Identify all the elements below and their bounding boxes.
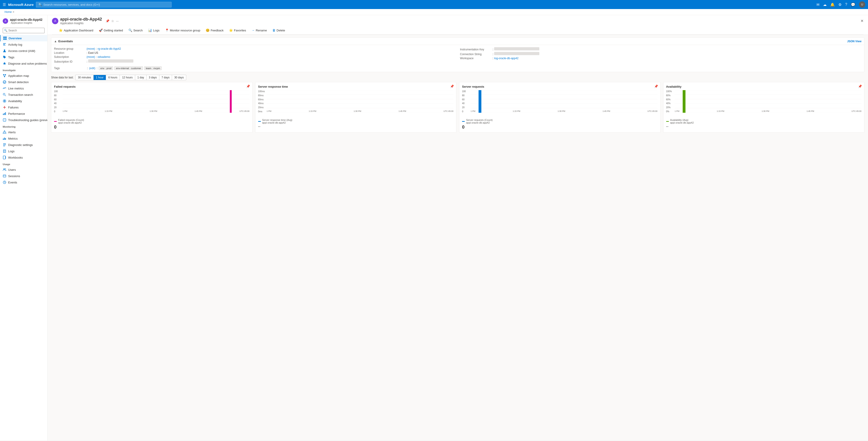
metrics-icon: [3, 137, 6, 140]
chart-pin-icon[interactable]: 📌: [654, 85, 658, 88]
sidebar-search-input[interactable]: [3, 28, 44, 33]
time-btn-30min[interactable]: 30 minutes: [75, 75, 94, 80]
toolbar-search[interactable]: 🔍 Search: [126, 27, 145, 34]
sidebar-item-tags[interactable]: Tags: [0, 54, 47, 60]
close-button[interactable]: ✕: [861, 19, 864, 23]
sidebar-item-application-map[interactable]: Application map: [0, 72, 47, 79]
iam-icon: [3, 49, 6, 53]
essentials-label: Connection String: [460, 53, 492, 56]
sidebar-header: A appi-oracle-db-App42 Application Insig…: [0, 15, 47, 26]
toolbar-feedback[interactable]: 😊 Feedback: [204, 27, 226, 34]
gear-icon[interactable]: ⚙: [838, 2, 842, 7]
time-btn-7days[interactable]: 7 days: [159, 75, 172, 80]
cloud-icon[interactable]: ☁: [823, 2, 827, 7]
time-btn-3days[interactable]: 3 days: [147, 75, 159, 80]
users-icon: [3, 168, 6, 171]
essentials-move-link[interactable]: (move): [87, 55, 95, 59]
sidebar-item-transaction-search[interactable]: Transaction search: [0, 92, 47, 98]
sidebar-item-label: Alerts: [8, 131, 16, 134]
chart-legend-color: [666, 121, 669, 122]
sidebar-item-troubleshooting[interactable]: ? Troubleshooting guides (preview): [0, 117, 47, 123]
essentials-collapse-icon[interactable]: ▲: [54, 39, 57, 43]
sidebar-item-metrics[interactable]: Metrics ←: [0, 135, 47, 141]
sidebar-item-availability[interactable]: Availability: [0, 98, 47, 104]
essentials-workspace-value[interactable]: log-oracle-db-app42: [494, 57, 518, 60]
time-btn-30days[interactable]: 30 days: [172, 75, 186, 80]
sidebar-item-performance[interactable]: Performance: [0, 111, 47, 117]
sidebar-item-events[interactable]: Events: [0, 179, 47, 186]
topbar-actions: ✉ ☁ 🔔 ⚙ ? 💬 U: [816, 1, 865, 8]
user-avatar[interactable]: U: [859, 1, 865, 8]
tags-icon: [3, 55, 6, 59]
sidebar-item-smart-detection[interactable]: Smart detection: [0, 79, 47, 85]
sidebar-item-failures[interactable]: Failures: [0, 104, 47, 111]
svg-rect-0: [3, 37, 5, 38]
sidebar-item-label: Failures: [8, 106, 19, 109]
essentials-move-link[interactable]: (move): [87, 47, 95, 51]
breadcrumb-home[interactable]: Home: [4, 10, 12, 13]
feedback-icon[interactable]: 💬: [851, 2, 855, 7]
svg-point-8: [4, 56, 4, 57]
toolbar-delete[interactable]: 🗑 Delete: [270, 27, 287, 34]
sidebar-item-label: Application map: [8, 74, 29, 77]
sidebar-item-label: Diagnose and solve problems: [8, 62, 47, 65]
toolbar-logs[interactable]: 📊 Logs: [146, 27, 162, 34]
sidebar-item-overview[interactable]: Overview: [0, 35, 47, 41]
global-search-input[interactable]: [43, 3, 169, 6]
svg-rect-31: [5, 138, 6, 140]
essentials-title: Essentials: [58, 39, 73, 43]
toolbar-app-dashboard[interactable]: ⭐ Application Dashboard: [57, 27, 96, 34]
sidebar-item-workbooks[interactable]: Workbooks: [0, 154, 47, 161]
chart-pin-icon[interactable]: 📌: [246, 85, 250, 88]
sidebar-item-iam[interactable]: Access control (IAM): [0, 48, 47, 54]
sidebar-item-logs[interactable]: Logs: [0, 148, 47, 154]
essentials-colon: :: [96, 47, 96, 51]
svg-rect-32: [3, 144, 6, 144]
chart-pin-icon[interactable]: 📌: [858, 85, 862, 88]
time-btn-1day[interactable]: 1 day: [135, 75, 147, 80]
sidebar-item-users[interactable]: Users: [0, 166, 47, 173]
toolbar-favorites[interactable]: ⭐ Favorites: [227, 27, 248, 34]
live-metrics-icon: [3, 87, 6, 90]
toolbar-getting-started[interactable]: 🚀 Getting started: [96, 27, 125, 34]
more-icon[interactable]: ···: [116, 19, 119, 23]
essentials-subscription-value[interactable]: odsademo: [98, 55, 110, 59]
essentials-header: ▲ Essentials JSON View: [51, 38, 864, 45]
sidebar-item-live-metrics[interactable]: Live metrics: [0, 85, 47, 92]
time-btn-12hours[interactable]: 12 hours: [120, 75, 135, 80]
toolbar-rename[interactable]: → Rename: [249, 27, 269, 34]
svg-rect-23: [4, 113, 5, 115]
chart-pin-icon[interactable]: 📌: [450, 85, 454, 88]
favorite-icon[interactable]: ☆: [111, 19, 114, 23]
time-btn-6hours[interactable]: 6 hours: [106, 75, 120, 80]
sessions-icon: [3, 174, 6, 178]
email-icon[interactable]: ✉: [816, 2, 819, 7]
essentials-rg-value[interactable]: rg-oracle-db-App42: [98, 47, 121, 51]
sidebar-item-sessions[interactable]: Sessions: [0, 173, 47, 179]
alerts-icon: [3, 130, 6, 134]
sidebar-section-usage: Usage: [0, 161, 47, 166]
chart-value-failed-requests: 0: [54, 124, 250, 130]
hamburger-icon[interactable]: ☰: [3, 2, 6, 7]
global-search[interactable]: 🔍: [36, 2, 172, 7]
toolbar: ⭐ Application Dashboard 🚀 Getting starte…: [52, 27, 864, 35]
sidebar-item-diagnostic-settings[interactable]: Diagnostic settings: [0, 141, 47, 148]
json-view-link[interactable]: JSON View: [847, 40, 862, 43]
sidebar: A appi-oracle-db-App42 Application Insig…: [0, 15, 48, 441]
tags-edit-link[interactable]: (edit): [89, 67, 95, 70]
chart-legend-server-requests: Server requests (Count) appi-oracle-db-a…: [462, 119, 657, 124]
sidebar-item-alerts[interactable]: Alerts: [0, 129, 47, 135]
time-btn-1hour[interactable]: 1 hour: [94, 75, 106, 80]
help-icon[interactable]: ?: [845, 2, 847, 6]
essentials-connection-string-blurred: [494, 52, 539, 55]
chart-dashes-server-response: --: [258, 124, 454, 129]
bell-icon[interactable]: 🔔: [830, 2, 835, 7]
sidebar-item-activity-log[interactable]: Activity log: [0, 41, 47, 48]
sidebar-item-diagnose[interactable]: Diagnose and solve problems: [0, 60, 47, 67]
pin-icon[interactable]: 📌: [105, 19, 110, 23]
toolbar-monitor-rg[interactable]: 📍 Monitor resource group: [163, 27, 203, 34]
svg-point-19: [4, 100, 5, 102]
svg-rect-3: [5, 38, 6, 40]
favorites-icon: ⭐: [229, 28, 233, 32]
svg-rect-1: [5, 37, 6, 38]
